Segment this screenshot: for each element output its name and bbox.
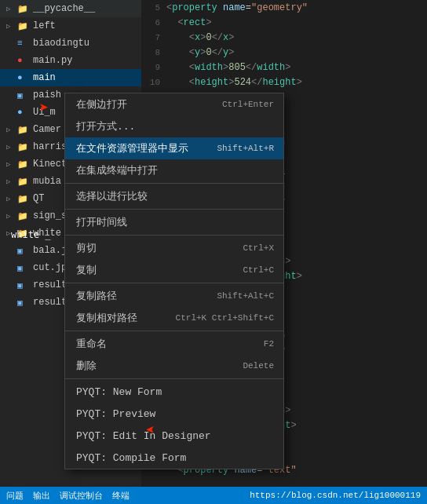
menu-separator (65, 331, 283, 331)
explorer-label: biaodingtu (33, 38, 89, 49)
image-icon: ▣ (17, 280, 30, 290)
menu-separator (65, 183, 283, 184)
file-icon: ● (17, 73, 30, 82)
folder-icon: 📁 (17, 177, 30, 187)
code-line: 9 <width>805</width> (141, 60, 427, 75)
menu-item-open-side[interactable]: 在侧边打开 Ctrl+Enter (65, 93, 283, 115)
explorer-label: Ui_m (33, 107, 56, 118)
folder-icon: 📁 (17, 211, 30, 221)
explorer-label: paish (33, 89, 61, 100)
py-icon: ● (17, 56, 30, 65)
menu-item-label: 复制相对路径 (76, 311, 137, 325)
explorer-label: sign_s (33, 210, 67, 221)
code-line: 10 <height>524</height> (141, 75, 427, 89)
menu-separator (65, 209, 283, 210)
folder-icon: 📁 (17, 4, 30, 14)
statusbar-item-debug[interactable]: 调试控制台 (60, 490, 103, 502)
menu-item-pyqt-preview[interactable]: PYQT: Preview (65, 403, 283, 425)
explorer-item-pycache[interactable]: ▷ 📁 __pycache__ (0, 0, 141, 17)
arrow-icon: ▷ (6, 5, 17, 13)
menu-item-label: 重命名 (76, 337, 107, 351)
explorer-label: Camer (33, 124, 61, 135)
code-line: 5 <property name="geometry" (141, 0, 427, 15)
menu-item-pyqt-new-form[interactable]: PYQT: New Form (65, 381, 283, 403)
arrow-icon: ▷ (6, 126, 17, 134)
statusbar-item-output[interactable]: 输出 (33, 490, 50, 502)
folder-icon: 📁 (17, 142, 30, 152)
explorer-label: mubia (33, 176, 61, 187)
white-label: white _ (11, 229, 51, 240)
code-line: 8 <y>0</y> (141, 45, 427, 60)
code-line: 7 <x>0</x> (141, 30, 427, 45)
statusbar: 问题 输出 调试控制台 终端 https://blog.csdn.net/lig… (0, 487, 427, 504)
explorer-item-biaodingtu[interactable]: ≡ biaodingtu (0, 35, 141, 52)
explorer-label: main.py (33, 55, 72, 66)
image-icon: ▣ (17, 246, 30, 256)
arrow-icon: ▷ (6, 195, 17, 203)
menu-item-label: 在集成终端中打开 (76, 163, 158, 177)
arrow-icon: ▷ (6, 160, 17, 169)
menu-item-label: 选择以进行比较 (76, 189, 148, 203)
menu-item-pyqt-compile[interactable]: PYQT: Compile Form (65, 447, 283, 469)
explorer-label: QT (33, 193, 44, 204)
menu-item-label: PYQT: Compile Form (76, 452, 186, 464)
menu-item-show-explorer[interactable]: 在文件资源管理器中显示 Shift+Alt+R (65, 137, 283, 159)
explorer-item-mainpy[interactable]: ● main.py (0, 52, 141, 69)
explorer-label: left (33, 20, 56, 31)
menu-separator (65, 235, 283, 236)
image-icon: ▣ (17, 298, 30, 308)
folder-icon: 📁 (17, 125, 30, 135)
menu-item-label: 打开方式... (76, 119, 135, 133)
menu-shortcut: Delete (243, 361, 274, 371)
menu-item-label: PYQT: Edit In Designer (76, 430, 211, 442)
menu-shortcut: Ctrl+C (243, 265, 274, 275)
folder-icon: 📁 (17, 194, 30, 204)
menu-shortcut: Ctrl+X (243, 243, 274, 253)
arrow-icon: ▷ (6, 143, 17, 152)
menu-shortcut: Ctrl+K Ctrl+Shift+C (176, 313, 274, 323)
menu-item-copy-path[interactable]: 复制路径 Shift+Alt+C (65, 285, 283, 307)
explorer-label: main (33, 72, 56, 83)
statusbar-item-terminal[interactable]: 终端 (112, 490, 130, 502)
menu-item-delete[interactable]: 删除 Delete (65, 355, 283, 377)
menu-item-label: PYQT: Preview (76, 408, 155, 420)
arrow-icon: ▷ (6, 22, 17, 31)
image-icon: ▣ (17, 90, 30, 100)
explorer-item-left[interactable]: ▷ 📁 left (0, 17, 141, 35)
menu-item-open-with[interactable]: 打开方式... (65, 115, 283, 137)
menu-item-rename[interactable]: 重命名 F2 (65, 333, 283, 355)
explorer-label: harris (33, 141, 67, 152)
statusbar-item-problems[interactable]: 问题 (6, 490, 24, 502)
menu-item-label: 剪切 (76, 241, 97, 255)
arrow-icon: ▷ (6, 177, 17, 186)
image-icon: ▣ (17, 263, 30, 273)
explorer-label: __pycache__ (33, 3, 95, 14)
menu-item-copy[interactable]: 复制 Ctrl+C (65, 259, 283, 281)
menu-item-label: 复制路径 (76, 289, 117, 303)
explorer-label: Kinect (33, 159, 67, 170)
context-menu: 在侧边打开 Ctrl+Enter 打开方式... 在文件资源管理器中显示 Shi… (64, 93, 284, 469)
menu-item-label: 在文件资源管理器中显示 (76, 141, 188, 155)
menu-separator (65, 283, 283, 283)
file-icon: ● (17, 108, 30, 117)
menu-shortcut: F2 (264, 339, 274, 349)
folder-icon: 📁 (17, 21, 30, 31)
menu-item-pyqt-edit-designer[interactable]: PYQT: Edit In Designer (65, 425, 283, 447)
menu-item-label: 删除 (76, 359, 97, 373)
menu-item-label: 打开时间线 (76, 215, 127, 229)
menu-item-cut[interactable]: 剪切 Ctrl+X (65, 237, 283, 259)
code-line: 6 <rect> (141, 15, 427, 30)
menu-item-select-compare[interactable]: 选择以进行比较 (65, 185, 283, 207)
menu-shortcut: Shift+Alt+C (217, 291, 274, 301)
menu-shortcut: Ctrl+Enter (222, 100, 274, 109)
menu-item-label: 在侧边打开 (76, 97, 127, 111)
folder-icon: 📁 (17, 159, 30, 170)
menu-item-timeline[interactable]: 打开时间线 (65, 211, 283, 233)
menu-item-open-terminal[interactable]: 在集成终端中打开 (65, 159, 283, 181)
arrow-icon: ▷ (6, 212, 17, 221)
menu-shortcut: Shift+Alt+R (217, 144, 274, 153)
explorer-item-main[interactable]: ● main (0, 69, 141, 86)
menu-item-copy-rel-path[interactable]: 复制相对路径 Ctrl+K Ctrl+Shift+C (65, 307, 283, 329)
menu-item-label: PYQT: New Form (76, 386, 162, 398)
menu-separator (65, 378, 283, 379)
